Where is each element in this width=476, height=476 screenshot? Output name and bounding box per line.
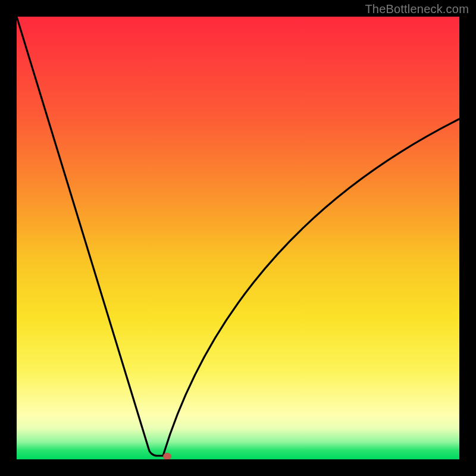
watermark-text: TheBottleneck.com — [365, 2, 469, 16]
bottleneck-curve — [17, 17, 459, 459]
plot-area — [17, 17, 459, 459]
minimum-marker — [163, 453, 171, 459]
chart-stage: TheBottleneck.com — [0, 0, 476, 476]
